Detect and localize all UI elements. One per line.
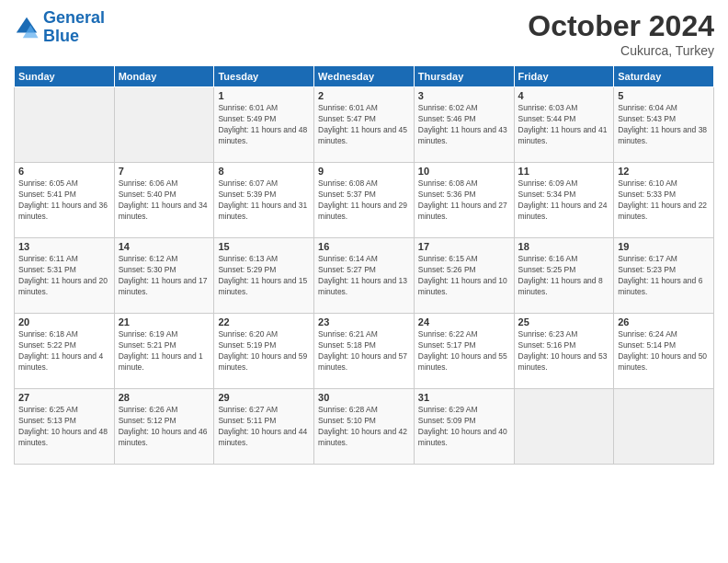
day-cell	[614, 389, 714, 465]
day-number: 7	[119, 166, 210, 177]
day-info: Sunrise: 6:08 AMSunset: 5:37 PMDaylight:…	[318, 178, 410, 223]
day-number: 20	[18, 316, 110, 327]
day-info: Sunrise: 6:05 AMSunset: 5:41 PMDaylight:…	[18, 178, 110, 223]
day-cell: 3Sunrise: 6:02 AMSunset: 5:46 PMDaylight…	[414, 87, 514, 163]
col-sunday: Sunday	[15, 66, 115, 87]
col-monday: Monday	[114, 66, 214, 87]
day-number: 31	[418, 392, 510, 403]
title-block: October 2024 Cukurca, Turkey	[528, 9, 714, 58]
day-number: 15	[218, 241, 310, 252]
day-cell	[114, 87, 214, 163]
day-info: Sunrise: 6:04 AMSunset: 5:43 PMDaylight:…	[618, 103, 710, 147]
day-info: Sunrise: 6:09 AMSunset: 5:34 PMDaylight:…	[518, 178, 610, 223]
week-row-4: 27Sunrise: 6:25 AMSunset: 5:13 PMDayligh…	[15, 389, 714, 465]
day-number: 3	[418, 90, 510, 101]
week-row-1: 6Sunrise: 6:05 AMSunset: 5:41 PMDaylight…	[15, 163, 714, 238]
day-info: Sunrise: 6:17 AMSunset: 5:23 PMDaylight:…	[618, 254, 710, 298]
day-number: 14	[119, 241, 210, 252]
col-thursday: Thursday	[414, 66, 514, 87]
day-cell: 4Sunrise: 6:03 AMSunset: 5:44 PMDaylight…	[514, 87, 614, 163]
day-info: Sunrise: 6:07 AMSunset: 5:39 PMDaylight:…	[218, 178, 310, 223]
header: General Blue October 2024 Cukurca, Turke…	[14, 9, 714, 58]
day-info: Sunrise: 6:19 AMSunset: 5:21 PMDaylight:…	[119, 329, 210, 373]
day-number: 17	[418, 241, 510, 252]
day-number: 12	[618, 166, 710, 177]
day-info: Sunrise: 6:28 AMSunset: 5:10 PMDaylight:…	[318, 405, 410, 449]
day-cell: 21Sunrise: 6:19 AMSunset: 5:21 PMDayligh…	[114, 314, 214, 389]
day-cell: 26Sunrise: 6:24 AMSunset: 5:14 PMDayligh…	[614, 314, 714, 389]
day-number: 4	[518, 90, 610, 101]
day-cell: 30Sunrise: 6:28 AMSunset: 5:10 PMDayligh…	[314, 389, 415, 465]
day-info: Sunrise: 6:01 AMSunset: 5:49 PMDaylight:…	[218, 103, 310, 147]
day-info: Sunrise: 6:14 AMSunset: 5:27 PMDaylight:…	[318, 254, 410, 298]
day-cell: 10Sunrise: 6:08 AMSunset: 5:36 PMDayligh…	[414, 163, 514, 238]
day-info: Sunrise: 6:03 AMSunset: 5:44 PMDaylight:…	[518, 103, 610, 147]
day-info: Sunrise: 6:11 AMSunset: 5:31 PMDaylight:…	[18, 254, 110, 298]
day-cell: 16Sunrise: 6:14 AMSunset: 5:27 PMDayligh…	[314, 238, 415, 314]
day-number: 22	[218, 316, 310, 327]
day-cell	[514, 389, 614, 465]
logo-general: General	[43, 8, 105, 27]
day-number: 9	[318, 166, 410, 177]
day-cell: 18Sunrise: 6:16 AMSunset: 5:25 PMDayligh…	[514, 238, 614, 314]
day-cell: 24Sunrise: 6:22 AMSunset: 5:17 PMDayligh…	[414, 314, 514, 389]
day-info: Sunrise: 6:15 AMSunset: 5:26 PMDaylight:…	[418, 254, 510, 298]
day-cell: 2Sunrise: 6:01 AMSunset: 5:47 PMDaylight…	[314, 87, 415, 163]
logo-text: General Blue	[43, 9, 105, 46]
day-info: Sunrise: 6:12 AMSunset: 5:30 PMDaylight:…	[119, 254, 210, 298]
page-container: General Blue October 2024 Cukurca, Turke…	[0, 0, 728, 469]
day-number: 30	[318, 392, 410, 403]
day-cell: 7Sunrise: 6:06 AMSunset: 5:40 PMDaylight…	[114, 163, 214, 238]
day-cell: 22Sunrise: 6:20 AMSunset: 5:19 PMDayligh…	[214, 314, 314, 389]
day-cell: 12Sunrise: 6:10 AMSunset: 5:33 PMDayligh…	[614, 163, 714, 238]
day-number: 8	[218, 166, 310, 177]
day-cell: 11Sunrise: 6:09 AMSunset: 5:34 PMDayligh…	[514, 163, 614, 238]
day-info: Sunrise: 6:02 AMSunset: 5:46 PMDaylight:…	[418, 103, 510, 147]
day-number: 19	[618, 241, 710, 252]
day-number: 10	[418, 166, 510, 177]
day-info: Sunrise: 6:23 AMSunset: 5:16 PMDaylight:…	[518, 329, 610, 373]
day-number: 26	[618, 316, 710, 327]
day-info: Sunrise: 6:21 AMSunset: 5:18 PMDaylight:…	[318, 329, 410, 373]
day-info: Sunrise: 6:16 AMSunset: 5:25 PMDaylight:…	[518, 254, 610, 298]
day-cell: 17Sunrise: 6:15 AMSunset: 5:26 PMDayligh…	[414, 238, 514, 314]
week-row-0: 1Sunrise: 6:01 AMSunset: 5:49 PMDaylight…	[15, 87, 714, 163]
day-number: 6	[18, 166, 110, 177]
day-number: 16	[318, 241, 410, 252]
day-info: Sunrise: 6:10 AMSunset: 5:33 PMDaylight:…	[618, 178, 710, 223]
day-cell: 1Sunrise: 6:01 AMSunset: 5:49 PMDaylight…	[214, 87, 314, 163]
day-info: Sunrise: 6:13 AMSunset: 5:29 PMDaylight:…	[218, 254, 310, 298]
logo-icon	[14, 15, 40, 40]
day-number: 18	[518, 241, 610, 252]
day-number: 11	[518, 166, 610, 177]
day-info: Sunrise: 6:27 AMSunset: 5:11 PMDaylight:…	[218, 405, 310, 449]
day-cell: 28Sunrise: 6:26 AMSunset: 5:12 PMDayligh…	[114, 389, 214, 465]
day-number: 5	[618, 90, 710, 101]
day-number: 28	[119, 392, 210, 403]
col-tuesday: Tuesday	[214, 66, 314, 87]
location: Cukurca, Turkey	[528, 43, 714, 58]
day-cell: 14Sunrise: 6:12 AMSunset: 5:30 PMDayligh…	[114, 238, 214, 314]
col-friday: Friday	[514, 66, 614, 87]
day-info: Sunrise: 6:29 AMSunset: 5:09 PMDaylight:…	[418, 405, 510, 449]
month-title: October 2024	[528, 9, 714, 43]
header-row: Sunday Monday Tuesday Wednesday Thursday…	[15, 66, 714, 87]
day-info: Sunrise: 6:22 AMSunset: 5:17 PMDaylight:…	[418, 329, 510, 373]
day-cell: 29Sunrise: 6:27 AMSunset: 5:11 PMDayligh…	[214, 389, 314, 465]
day-number: 23	[318, 316, 410, 327]
day-cell: 19Sunrise: 6:17 AMSunset: 5:23 PMDayligh…	[614, 238, 714, 314]
day-info: Sunrise: 6:24 AMSunset: 5:14 PMDaylight:…	[618, 329, 710, 373]
day-info: Sunrise: 6:08 AMSunset: 5:36 PMDaylight:…	[418, 178, 510, 223]
day-cell: 5Sunrise: 6:04 AMSunset: 5:43 PMDaylight…	[614, 87, 714, 163]
week-row-2: 13Sunrise: 6:11 AMSunset: 5:31 PMDayligh…	[15, 238, 714, 314]
day-info: Sunrise: 6:06 AMSunset: 5:40 PMDaylight:…	[119, 178, 210, 223]
day-info: Sunrise: 6:18 AMSunset: 5:22 PMDaylight:…	[18, 329, 110, 373]
day-number: 13	[18, 241, 110, 252]
col-saturday: Saturday	[614, 66, 714, 87]
day-info: Sunrise: 6:25 AMSunset: 5:13 PMDaylight:…	[18, 405, 110, 449]
day-cell: 15Sunrise: 6:13 AMSunset: 5:29 PMDayligh…	[214, 238, 314, 314]
day-cell: 27Sunrise: 6:25 AMSunset: 5:13 PMDayligh…	[15, 389, 115, 465]
day-info: Sunrise: 6:20 AMSunset: 5:19 PMDaylight:…	[218, 329, 310, 373]
day-cell: 31Sunrise: 6:29 AMSunset: 5:09 PMDayligh…	[414, 389, 514, 465]
logo: General Blue	[14, 9, 105, 46]
